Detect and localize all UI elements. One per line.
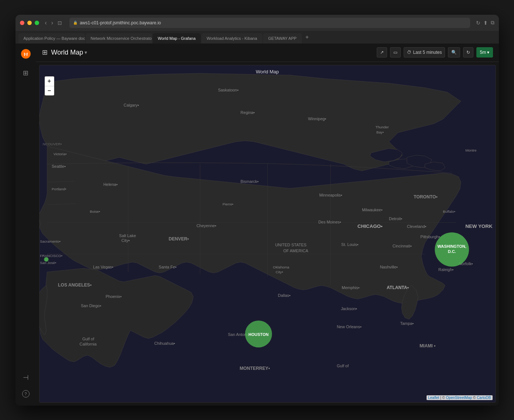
reload-button[interactable]: ↻	[476, 20, 480, 26]
svg-text:Gulf of: Gulf of	[82, 336, 94, 341]
svg-text:Sacramento•: Sacramento•	[40, 239, 61, 243]
zoom-in-button[interactable]: +	[45, 76, 54, 86]
share-button[interactable]: ⬆	[483, 20, 488, 26]
tab-label: Application Policy — Bayware documen...	[24, 36, 85, 41]
share-icon: ↗	[380, 50, 384, 55]
zoom-controls: + −	[45, 76, 54, 96]
svg-text:OF AMERICA: OF AMERICA	[283, 248, 308, 253]
sidebar-toggle[interactable]: ⊡	[58, 20, 62, 26]
dashboard-title: World Map	[51, 49, 83, 56]
time-range-label: Last 5 minutes	[413, 50, 442, 55]
svg-text:Victoria•: Victoria•	[53, 152, 66, 156]
svg-text:Montre: Montre	[465, 148, 476, 152]
sidebar-item-signout[interactable]: ⊣	[18, 370, 33, 385]
window-controls	[20, 21, 39, 25]
tv-icon: ▭	[393, 50, 397, 55]
dashboards-icon: ⊞	[23, 69, 28, 77]
search-icon: 🔍	[451, 50, 457, 55]
svg-text:Santa Fe•: Santa Fe•	[159, 264, 176, 269]
svg-text:UNITED STATES: UNITED STATES	[275, 243, 306, 247]
tab-label: GETAWAY APP	[268, 36, 297, 41]
share-dashboard-button[interactable]: ↗	[377, 47, 387, 58]
svg-text:Salt Lake: Salt Lake	[119, 233, 136, 237]
nav-arrows: ‹ ›	[44, 19, 55, 27]
map-attribution: Leaflet | © OpenStreetMap © CartoDB	[427, 395, 492, 400]
svg-point-69	[44, 257, 48, 261]
svg-text:Buffalo•: Buffalo•	[443, 209, 455, 213]
sidebar-item-help[interactable]: ?	[18, 386, 33, 401]
svg-text:Chihuahua•: Chihuahua•	[154, 341, 175, 346]
tabs-button[interactable]: ⧉	[491, 20, 494, 26]
svg-text:New Orleans•: New Orleans•	[337, 324, 361, 329]
minimize-button[interactable]	[27, 21, 32, 25]
svg-text:WASHINGTON,: WASHINGTON,	[437, 244, 466, 248]
tab-workload-analytics[interactable]: Workload Analytics - Kibana	[201, 33, 262, 44]
address-bar[interactable]: 🔒 aws1-c01-protof.jsmithinc.poc.bayware.…	[69, 18, 470, 28]
svg-text:Pittsburgh•: Pittsburgh•	[420, 235, 440, 239]
svg-text:Cincinnati•: Cincinnati•	[392, 243, 411, 248]
svg-text:Minneapolis•: Minneapolis•	[319, 192, 342, 197]
tab-label: World Map - Grafana	[158, 36, 196, 41]
tab-app-policy[interactable]: Application Policy — Bayware documen...	[18, 33, 85, 44]
titlebar: ‹ › ⊡ 🔒 aws1-c01-protof.jsmithinc.poc.ba…	[15, 15, 499, 31]
svg-text:Thunder: Thunder	[375, 125, 389, 129]
zoom-out-button[interactable]: −	[45, 86, 54, 96]
tab-label: Network Microservice Orchestrator	[91, 36, 152, 41]
back-button[interactable]: ‹	[44, 19, 48, 27]
titlebar-actions: ↻ ⬆ ⧉	[476, 20, 494, 26]
svg-text:City•: City•	[121, 238, 130, 242]
svg-text:Des Moines•: Des Moines•	[318, 219, 341, 224]
svg-text:Pierre•: Pierre•	[222, 202, 234, 206]
main-content: ⊞ World Map ▾ ↗ ▭ ⏱ Last 5 minutes 🔍	[36, 44, 499, 406]
interval-button[interactable]: 5m ▾	[476, 47, 493, 58]
svg-text:Oklahoma: Oklahoma	[273, 265, 289, 269]
carto-link[interactable]: CartoDB	[477, 396, 491, 400]
svg-text:Jackson•: Jackson•	[341, 306, 357, 311]
svg-text:Portland•: Portland•	[52, 187, 66, 191]
tab-getaway-app[interactable]: GETAWAY APP	[263, 33, 302, 44]
close-button[interactable]	[20, 21, 24, 25]
svg-text:Helena•: Helena•	[103, 182, 118, 186]
time-range-button[interactable]: ⏱ Last 5 minutes	[404, 47, 445, 58]
svg-text:Dallas•: Dallas•	[278, 293, 290, 297]
world-map-svg: Saskatoon• Calgary• Regina• Winnipeg• Th…	[39, 65, 496, 402]
maximize-button[interactable]	[35, 21, 39, 25]
tab-label: Workload Analytics - Kibana	[207, 36, 257, 41]
header-actions: ↗ ▭ ⏱ Last 5 minutes 🔍 ↻	[377, 47, 493, 58]
title-caret-icon[interactable]: ▾	[84, 49, 87, 55]
svg-text:Las Vegas•: Las Vegas•	[93, 264, 113, 269]
svg-text:Memphis•: Memphis•	[342, 285, 359, 289]
osm-link[interactable]: OpenStreetMap	[446, 396, 472, 400]
dashboard-grid-icon: ⊞	[42, 48, 48, 56]
sidebar-logo[interactable]	[15, 44, 36, 64]
forward-button[interactable]: ›	[50, 19, 55, 27]
clock-icon: ⏱	[407, 50, 411, 55]
map-panel: World Map + −	[39, 65, 496, 403]
signout-icon: ⊣	[23, 374, 29, 382]
svg-text:HOUSTON: HOUSTON	[248, 332, 269, 336]
browser-window: ‹ › ⊡ 🔒 aws1-c01-protof.jsmithinc.poc.ba…	[15, 15, 499, 406]
svg-text:MONTERREY•: MONTERREY•	[239, 366, 270, 371]
tab-network-microservice[interactable]: Network Microservice Orchestrator	[86, 33, 152, 44]
svg-text:MIAMI •: MIAMI •	[419, 343, 435, 348]
svg-text:San José•: San José•	[40, 260, 56, 264]
sidebar: ⊞ ⊣ ?	[15, 44, 36, 406]
refresh-toggle-button[interactable]: ↻	[463, 47, 473, 58]
svg-text:Bay•: Bay•	[376, 130, 384, 134]
svg-text:Tampa•: Tampa•	[400, 321, 414, 326]
new-tab-button[interactable]: +	[303, 34, 312, 41]
map-panel-title: World Map	[256, 69, 279, 74]
svg-text:Regina•: Regina•	[240, 110, 255, 114]
leaflet-link[interactable]: Leaflet	[428, 396, 439, 400]
sidebar-item-dashboards[interactable]: ⊞	[18, 66, 33, 80]
tv-mode-button[interactable]: ▭	[390, 47, 401, 58]
interval-label: 5m ▾	[480, 50, 489, 55]
search-button[interactable]: 🔍	[448, 47, 460, 58]
svg-text:CHICAGO•: CHICAGO•	[357, 223, 382, 229]
grafana-logo-icon	[21, 49, 31, 59]
svg-text:Bismarck•: Bismarck•	[240, 179, 258, 184]
tab-world-map[interactable]: World Map - Grafana	[153, 33, 201, 44]
svg-text:Boise•: Boise•	[90, 209, 100, 213]
svg-text:LOS ANGELES•: LOS ANGELES•	[58, 282, 92, 287]
sidebar-bottom: ⊣ ?	[18, 370, 33, 406]
